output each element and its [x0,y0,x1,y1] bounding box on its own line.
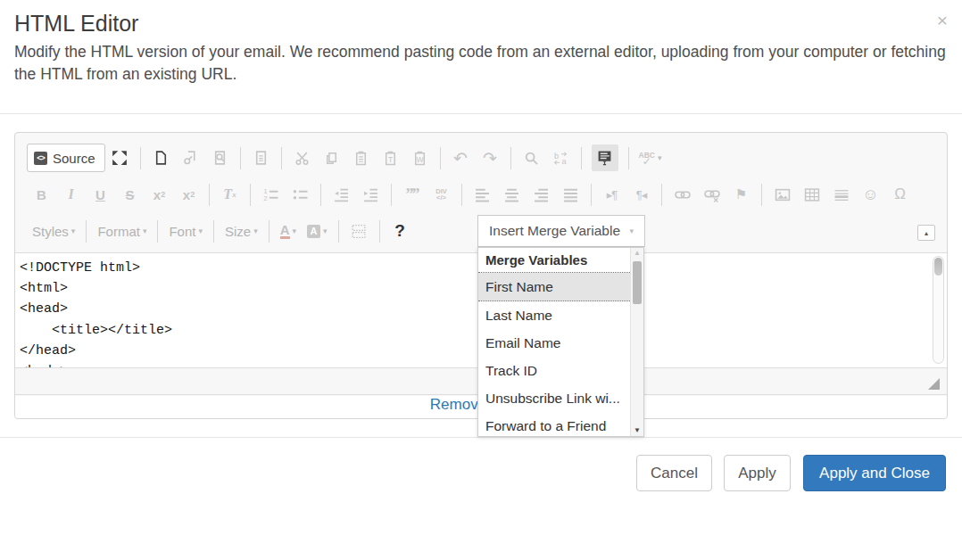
resize-handle-icon[interactable] [928,378,940,390]
strikethrough-icon[interactable]: S [120,183,140,206]
toolbar-separator [761,184,762,206]
apply-button[interactable]: Apply [724,455,791,491]
toolbar-separator [510,147,511,169]
toolbar-separator [338,220,339,243]
toolbar-separator [628,147,629,169]
link-icon[interactable] [672,183,692,206]
document-properties-icon[interactable] [180,146,201,169]
source-button-label: Source [53,151,95,166]
source-button[interactable]: <> Source [27,144,105,172]
align-center-icon[interactable] [502,183,522,206]
italic-icon[interactable]: I [61,183,81,206]
text-direction-rtl-icon[interactable]: ¶◂ [631,183,651,206]
scroll-down-icon[interactable]: ▼ [631,426,643,434]
toolbar-row-3: Styles ▾ Format ▾ Font ▾ Size ▾ A ▾ A ▾ [27,215,415,247]
scroll-up-icon[interactable]: ▲ [631,249,643,257]
new-page-icon[interactable] [151,146,171,169]
horizontal-rule-icon[interactable] [831,183,851,206]
underline-icon[interactable]: U [90,183,111,206]
toolbar-separator [240,147,241,169]
select-all-icon[interactable] [592,144,618,171]
format-dropdown[interactable]: Format ▾ [97,224,146,239]
toolbar-separator [440,147,441,169]
numbered-list-icon[interactable]: 12 [261,183,281,206]
div-container-icon[interactable]: DIV</> [431,183,452,206]
collapse-toolbar-button[interactable]: ▴ [917,225,935,241]
chevron-down-icon: ▾ [71,226,76,235]
size-dropdown[interactable]: Size ▾ [225,224,258,239]
merge-variable-item[interactable]: Last Name [478,301,630,329]
text-color-button[interactable]: A ▾ [280,224,296,239]
chevron-down-icon: ▾ [323,226,328,235]
merge-variable-item[interactable]: Unsubscribe Link wi... [478,384,630,412]
footer-divider [0,437,962,438]
merge-variable-item[interactable]: Track ID [478,357,630,384]
superscript-icon[interactable]: x2 [178,183,199,206]
justify-icon[interactable] [560,183,581,206]
paste-icon[interactable] [351,146,371,169]
cut-icon[interactable] [292,146,312,169]
apply-and-close-button[interactable]: Apply and Close [803,455,946,491]
toolbar-separator [86,220,87,243]
toolbar-separator [140,147,141,169]
spell-check-caret-icon: ▾ [658,153,662,162]
image-icon[interactable] [772,183,792,206]
replace-icon[interactable]: ba [551,146,571,169]
bold-icon[interactable]: B [31,183,52,206]
smiley-icon[interactable]: ☺ [860,183,881,206]
special-character-icon[interactable]: Ω [890,183,910,206]
font-dropdown[interactable]: Font ▾ [169,224,203,239]
paste-plain-text-icon[interactable]: T [380,146,401,169]
preview-icon[interactable] [210,146,230,169]
styles-dropdown[interactable]: Styles ▾ [32,224,75,239]
unlink-icon[interactable] [701,183,722,206]
toolbar-separator [661,184,662,206]
toolbar-row-1: <> Source T [27,142,666,174]
show-blocks-icon[interactable] [349,219,369,243]
insert-merge-variable-label: Insert Merge Variable [489,223,620,239]
table-icon[interactable] [801,183,822,206]
blockquote-icon[interactable]: ”” [402,183,422,206]
merge-variables-dropdown: Merge Variables First Name Last Name Ema… [477,247,644,437]
increase-indent-icon[interactable] [361,183,381,206]
dropdown-scrollbar-thumb[interactable] [633,261,642,304]
anchor-icon[interactable]: ⚑ [731,183,751,206]
find-icon[interactable] [521,146,542,169]
align-right-icon[interactable] [531,183,551,206]
paste-from-word-icon[interactable]: W [410,146,430,169]
bulleted-list-icon[interactable] [290,183,311,206]
dropdown-scrollbar[interactable]: ▲ ▼ [630,248,643,436]
toolbar-separator [213,220,214,243]
align-left-icon[interactable] [472,183,493,206]
templates-icon[interactable] [251,146,271,169]
undo-icon[interactable]: ↶ [451,146,471,169]
copy-icon[interactable] [321,146,342,169]
redo-icon[interactable]: ↷ [480,146,501,169]
subscript-icon[interactable]: x2 [149,183,170,206]
cancel-button[interactable]: Cancel [636,455,712,491]
remove-format-icon[interactable]: Tx [220,183,240,206]
merge-variable-item[interactable]: First Name [478,273,630,301]
maximize-icon[interactable] [110,146,130,169]
code-scrollbar-thumb[interactable] [934,258,942,276]
toolbar-separator [591,184,592,206]
toolbar-separator [281,147,282,169]
about-help-icon[interactable]: ? [390,219,411,243]
source-icon: <> [34,152,47,165]
code-scrollbar[interactable] [933,256,944,364]
spell-check-icon[interactable]: ABC ✓ ▾ [639,146,662,169]
text-direction-ltr-icon[interactable]: ▸¶ [601,183,622,206]
merge-variable-item[interactable]: Email Name [478,329,630,357]
chevron-down-icon: ▾ [198,226,203,235]
toolbar-separator [391,184,392,206]
merge-variable-item[interactable]: Forward to a Friend [478,412,630,437]
decrease-indent-icon[interactable] [331,183,352,206]
insert-merge-variable-button[interactable]: Insert Merge Variable ▾ [477,215,645,247]
toolbar-separator [157,220,158,243]
chevron-down-icon: ▾ [293,226,297,235]
dialog-description: Modify the HTML version of your email. W… [14,41,950,86]
background-color-icon: A [307,225,320,238]
background-color-button[interactable]: A ▾ [307,225,328,238]
toolbar-separator [250,184,251,206]
close-icon[interactable]: × [937,11,948,29]
